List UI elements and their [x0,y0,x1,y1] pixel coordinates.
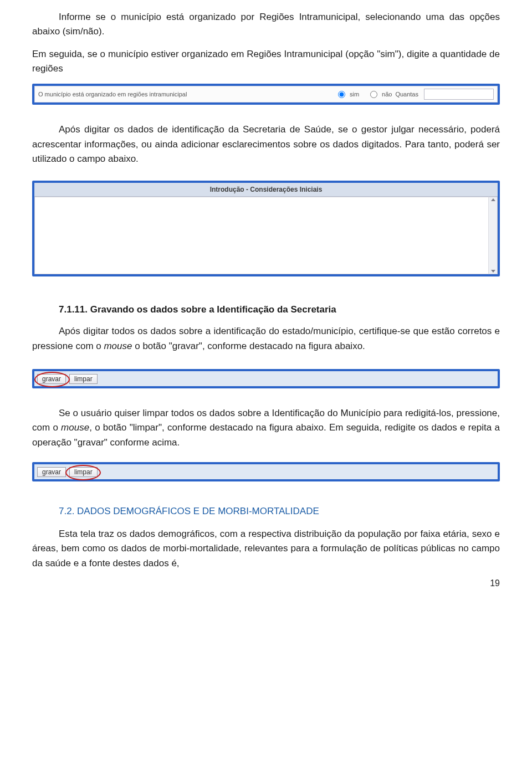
paragraph-after-radio: Após digitar os dados de identificação d… [32,122,500,166]
paragraph-gravar: Após digitar todos os dados sobre a iden… [32,324,500,353]
limpar-button-2[interactable]: limpar [69,467,98,477]
p3-mouse: mouse [104,341,132,351]
paragraph-limpar: Se o usuário quiser limpar todos os dado… [32,406,500,450]
quantas-input[interactable] [424,89,494,100]
radio-nao-label: não [382,91,392,98]
p1b-pre: Em seguida, se o município estiver organ… [32,49,377,59]
radio-nao[interactable] [370,91,377,98]
paragraph-intro-a: Informe se o município está organizado p… [32,10,500,39]
heading-7-1-11: 7.1.11. Gravando os dados sobre a Identi… [32,304,500,315]
quantas-label: Quantas [395,91,418,98]
consideracoes-panel: Introdução - Considerações Iniciais [32,181,500,276]
radio-sim[interactable] [338,91,345,98]
page-number: 19 [32,578,500,588]
scroll-down-icon [491,270,495,273]
limpar-buttonbar: gravar limpar [32,462,500,481]
consideracoes-title: Introdução - Considerações Iniciais [34,183,498,197]
radio-sim-label: sim [350,91,359,98]
p4-mouse: mouse [61,422,89,433]
paragraph-demograficos: Esta tela traz os dados demográficos, co… [32,527,500,571]
heading-7-2: 7.2. DADOS DEMOGRÁFICOS E DE MORBI-MORTA… [32,506,500,517]
textarea-scrollbar[interactable] [488,197,498,274]
region-radio-row: O município está organizado em regiões i… [34,86,498,102]
gravar-button[interactable]: gravar [37,374,66,384]
region-radio-panel: O município está organizado em regiões i… [32,84,500,105]
limpar-button[interactable]: limpar [69,374,98,384]
p1b-quote: "sim" [377,49,398,59]
paragraph-intro-b: Em seguida, se o município estiver organ… [32,47,500,76]
region-options: sim não Quantas [330,89,494,100]
p3-post: o botão "gravar", conforme destacado na … [132,341,365,351]
p4-post: , o botão "limpar", conforme destacado n… [32,422,500,447]
consideracoes-textarea[interactable] [34,197,488,274]
region-question-label: O município está organizado em regiões i… [38,91,330,98]
gravar-button-2[interactable]: gravar [37,467,66,477]
gravar-buttonbar: gravar limpar [32,369,500,388]
scroll-up-icon [491,198,495,201]
